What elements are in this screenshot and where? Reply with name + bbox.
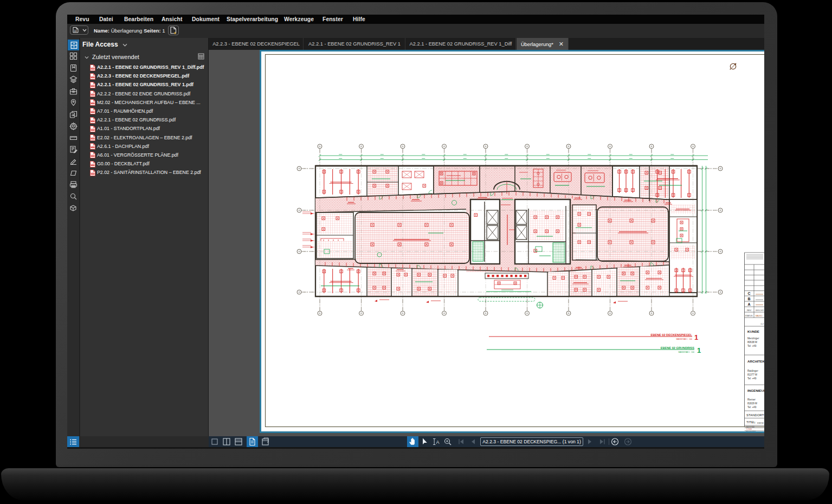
pdf-page: EBENE 02 DECKENSPIEGEL MASSSTAB 1 : 100 …: [260, 50, 764, 433]
menu-revu[interactable]: Revu: [75, 16, 89, 22]
file-list-item[interactable]: A2.2.2 - EBENE 02 ENDE GRUNDRISS.pdf: [80, 89, 209, 98]
pdf-file-icon: [90, 108, 95, 114]
file-list-item[interactable]: A2.2.1 - EBENE 02 GRUNDRISS_REV 1.pdf: [80, 80, 209, 89]
pdf-file-icon: [90, 64, 95, 71]
menu-dokument[interactable]: Dokument: [192, 16, 220, 22]
file-list-item[interactable]: A6.01 - VERGRÖSSERTE PLÄNE.pdf: [80, 151, 209, 159]
page-navigation-field[interactable]: A2.2.3 - EBENE 02 DECKENSPIEG... (1 von …: [480, 437, 583, 446]
pdf-file-icon: [90, 99, 95, 106]
rail-thumbnails-icon[interactable]: [69, 52, 78, 60]
view-single-icon[interactable]: [212, 439, 217, 444]
overlay-pages-label: Seiten: 1: [144, 28, 165, 34]
markup-list-toggle[interactable]: [67, 436, 79, 447]
titleblock-text: TITEL:: [746, 421, 756, 424]
file-list-item[interactable]: A2.6.1 - DACHPLAN.pdf: [80, 142, 209, 151]
view-split-vertical-icon[interactable]: [223, 438, 230, 445]
titleblock-text: A: [747, 302, 750, 306]
tab-label: A2.2.3 - EBENE 02 DECKENSPIEGEL: [212, 41, 300, 47]
view-split-horizontal-icon[interactable]: [235, 438, 242, 445]
menu-bearbeiten[interactable]: Bearbeiten: [124, 16, 153, 22]
file-access-icon: [70, 41, 78, 49]
pdf-file-icon: [90, 126, 95, 132]
drawing-canvas[interactable]: EBENE 02 DECKENSPIEGEL MASSSTAB 1 : 100 …: [209, 50, 764, 436]
file-name: M2.02 - MECHANISCHER AUFBAU – EBENE ...: [97, 100, 201, 105]
titleblock-text: Tel: +49: [747, 406, 757, 409]
panel-title-text: File Access: [82, 41, 118, 48]
file-list-item[interactable]: A1.01 - STANDORTPLAN.pdf: [80, 124, 209, 133]
rail-measurements-icon[interactable]: [69, 134, 78, 142]
menu-hilfe[interactable]: Hilfe: [353, 16, 365, 22]
file-name: A1.01 - STANDORTPLAN.pdf: [97, 126, 160, 131]
name-label: Name:: [94, 28, 109, 34]
forward-view-icon[interactable]: [625, 438, 631, 445]
pdf-file-icon: [90, 152, 95, 158]
next-page-icon[interactable]: [588, 440, 591, 444]
rail-print-icon[interactable]: [69, 180, 78, 189]
tab-label: A2.2.1 - EBENE 02 GRUNDRISS_REV 1: [308, 41, 401, 47]
menu-datei[interactable]: Datei: [99, 16, 113, 22]
rail-signature-icon[interactable]: [69, 157, 78, 165]
chevron-down-icon: [122, 43, 127, 47]
rail-file-access-active[interactable]: [68, 40, 79, 50]
menu-ansicht[interactable]: Ansicht: [162, 16, 182, 22]
tab-deckenspiegel[interactable]: A2.2.3 - EBENE 02 DECKENSPIEGEL: [209, 38, 304, 50]
previous-page-icon[interactable]: [472, 440, 475, 444]
titleblock-text: EBENE: [757, 422, 764, 424]
file-name: A6.01 - VERGRÖSSERTE PLÄNE.pdf: [97, 152, 178, 158]
first-page-icon[interactable]: [459, 440, 463, 444]
rail-properties-icon[interactable]: [69, 122, 78, 130]
titleblock-text: STANDORT:: [746, 413, 764, 417]
rail-bookmarks-icon[interactable]: [69, 64, 78, 72]
rail-search-icon[interactable]: [69, 192, 78, 201]
chevron-down-icon: [85, 56, 89, 59]
titleblock-text: Riemer: [747, 398, 756, 401]
laptop-mockup: Revu Datei Bearbeiten Ansicht Dokument S…: [0, 0, 832, 504]
file-name: A2.2.2 - EBENE 02 ENDE GRUNDRISS.pdf: [97, 91, 190, 96]
file-name: A2.2.1 - EBENE 02 GRUNDRISS_REV 1.pdf: [97, 82, 194, 87]
file-list-item[interactable]: A2.2.1 - EBENE 02 GRUNDRISS.pdf: [80, 115, 209, 124]
rail-spaces-icon[interactable]: [69, 99, 78, 107]
rail-tool-chest-icon[interactable]: [69, 87, 78, 95]
tab-grundriss-rev1[interactable]: A2.2.1 - EBENE 02 GRUNDRISS_REV 1: [304, 38, 405, 50]
view-toggle-icon[interactable]: [198, 53, 204, 60]
laptop-base: [1, 468, 829, 500]
titleblock-text: C: [747, 292, 750, 295]
file-list-item[interactable]: A2.2.1 - EBENE 02 GRUNDRISS_REV 1_Diff.p…: [80, 63, 209, 72]
file-list-item[interactable]: M2.02 - MECHANISCHER AUFBAU – EBENE ...: [80, 98, 209, 107]
pdf-file-icon: [90, 170, 95, 176]
rail-layers-icon[interactable]: [69, 75, 78, 83]
file-name: A7.01 - RAUMHÖHEN.pdf: [97, 108, 153, 114]
file-list-item[interactable]: E2.02 - ELEKTROANLAGEN – EBENE 2.pdf: [80, 133, 209, 142]
last-page-icon[interactable]: [600, 440, 604, 444]
close-tab-icon[interactable]: ✕: [559, 41, 564, 47]
file-list-item[interactable]: P2.02 - SANITÄRINSTALLATION – EBENE 2.pd…: [80, 168, 209, 177]
panel-title[interactable]: File Access: [82, 41, 127, 48]
tab-ueberlagerung-active[interactable]: Überlagerung*✕: [517, 38, 569, 50]
markup-list-icon: [69, 438, 78, 446]
menu-werkzeuge[interactable]: Werkzeuge: [284, 16, 314, 22]
file-name: A2.2.3 - EBENE 02 DECKENSPIEGEL.pdf: [97, 73, 189, 79]
rail-markup-summary-icon[interactable]: [69, 145, 78, 153]
file-list-item[interactable]: A7.01 - RAUMHÖHEN.pdf: [80, 107, 209, 115]
rail-skew-icon[interactable]: [69, 169, 78, 177]
panel-footer: [80, 436, 209, 447]
split-document-icon[interactable]: [262, 438, 268, 445]
text-select-tool-icon[interactable]: A: [433, 439, 440, 445]
recent-section-header[interactable]: Zuletzt verwendet: [85, 54, 139, 60]
overlay-page-button[interactable]: 10: [70, 25, 88, 35]
tab-grundriss-rev1-diff[interactable]: A2.2.1 - EBENE 02 GRUNDRISS_REV 1_Diff: [406, 38, 516, 50]
titleblock-text: Tel: +49: [747, 377, 757, 380]
file-list-item[interactable]: A2.2.3 - EBENE 02 DECKENSPIEGEL.pdf: [80, 72, 209, 80]
add-page-button[interactable]: [168, 25, 179, 35]
titleblock-text: BAUKO: [756, 315, 763, 317]
zoom-tool-icon[interactable]: [445, 439, 452, 445]
legend-green-number: 1: [697, 346, 701, 354]
legend-red-number: 1: [694, 333, 698, 341]
menu-stapelverarbeitung[interactable]: Stapelverarbeitung: [227, 16, 278, 22]
rail-links-icon[interactable]: [69, 111, 78, 119]
back-view-icon[interactable]: [612, 438, 618, 445]
rail-studio-icon[interactable]: [69, 204, 78, 212]
menu-fenster[interactable]: Fenster: [323, 16, 343, 22]
file-list-item[interactable]: G0.00 - DECKBLATT.pdf: [80, 159, 209, 168]
select-tool-icon[interactable]: [423, 438, 427, 445]
